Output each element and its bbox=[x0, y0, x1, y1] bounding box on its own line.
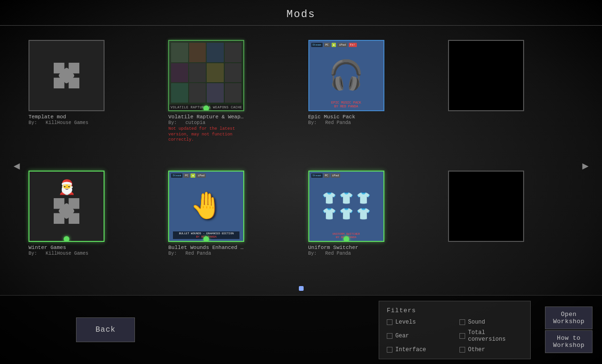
android-badge: ▲ bbox=[332, 43, 336, 47]
shirt-blue: 👕 bbox=[322, 207, 336, 221]
header: Mods bbox=[0, 0, 602, 26]
mod-info-epic: Epic Music Pack By: Red Panda bbox=[308, 114, 384, 125]
how-to-workshop-button[interactable]: How toWorkshop bbox=[545, 330, 592, 353]
main-content: Mods ◀ Template mod By: KillHouse Games bbox=[0, 0, 602, 364]
filter-interface[interactable]: Interface bbox=[387, 346, 450, 353]
mod-title-bullet: Bullet Wounds Enhanced Edition bbox=[168, 245, 244, 250]
epic-image: Steam PC ▲ iPad Fx! 🎧 EPIC MUSIC PACKBY … bbox=[309, 41, 383, 110]
activation-dot-bullet bbox=[203, 236, 209, 242]
mod-title-winter: Winter Games bbox=[29, 245, 105, 250]
filter-levels-checkbox[interactable] bbox=[387, 319, 392, 325]
volatile-image: VOLATILE RAPTURE & WEAPONS CACHE bbox=[169, 41, 243, 110]
filter-sound[interactable]: Sound bbox=[459, 319, 523, 326]
filters-panel: Filters Levels Sound Gear Total conversi… bbox=[379, 301, 531, 359]
filter-levels[interactable]: Levels bbox=[387, 319, 450, 326]
mod-thumbnail-empty1 bbox=[448, 40, 524, 111]
mod-item-bullet[interactable]: Steam PC ▲ iPad 🤚 BULLET WOUNDS - ENHANC… bbox=[168, 171, 294, 292]
mod-info-bullet: Bullet Wounds Enhanced Edition By: Red P… bbox=[168, 245, 244, 256]
shirt-row-top: 👕 👕 👕 bbox=[322, 192, 371, 205]
mod-item-epic[interactable]: Steam PC ▲ iPad Fx! 🎧 EPIC MUSIC PACKBY … bbox=[308, 40, 434, 161]
bullet-image: Steam PC ▲ iPad 🤚 BULLET WOUNDS - ENHANC… bbox=[169, 172, 243, 241]
scroll-left-arrow[interactable]: ◀ bbox=[10, 152, 24, 180]
steam-badge-b: Steam bbox=[171, 173, 182, 178]
uniform-image: Steam PC iPad 👕 👕 👕 👕 👕 👕 bbox=[309, 172, 383, 241]
pc-badge: PC bbox=[324, 43, 330, 47]
filter-gear-checkbox[interactable] bbox=[387, 333, 392, 339]
mod-thumbnail-volatile: VOLATILE RAPTURE & WEAPONS CACHE bbox=[168, 40, 244, 111]
steam-badge: Steam bbox=[311, 43, 323, 47]
mod-info-template: Template mod By: KillHouse Games bbox=[29, 114, 105, 125]
uniform-platform-icons: Steam PC iPad bbox=[311, 173, 341, 178]
activation-dot-winter bbox=[64, 236, 69, 242]
filters-title: Filters bbox=[387, 307, 523, 314]
headphones-icon: 🎧 bbox=[328, 58, 364, 93]
mod-thumbnail-empty2 bbox=[448, 171, 524, 242]
mod-info-winter: Winter Games By: KillHouse Games bbox=[29, 245, 105, 256]
filter-gear[interactable]: Gear bbox=[387, 329, 450, 343]
mod-info-uniform: Uniform Switcher By: Red Panda bbox=[308, 245, 384, 256]
puzzle-icon-winter: 🎅 bbox=[29, 172, 104, 241]
mod-title-volatile: Volatile Rapture & Weapons Cache bbox=[168, 114, 244, 120]
mod-author-bullet: By: Red Panda bbox=[168, 251, 244, 256]
epic-platform-icons: Steam PC ▲ iPad Fx! bbox=[311, 43, 357, 47]
scroll-right-arrow[interactable]: ▶ bbox=[578, 152, 592, 180]
pc-badge-u: PC bbox=[324, 173, 330, 178]
filter-total-conversions[interactable]: Total conversions bbox=[459, 329, 523, 343]
filter-levels-label: Levels bbox=[395, 319, 416, 326]
mod-item-empty2 bbox=[448, 171, 573, 292]
shirt-red: 👕 bbox=[322, 192, 336, 205]
mod-thumbnail-uniform: Steam PC iPad 👕 👕 👕 👕 👕 👕 bbox=[308, 171, 384, 242]
filter-interface-checkbox[interactable] bbox=[387, 347, 392, 353]
puzzle-icon-template bbox=[29, 41, 104, 110]
filter-other-checkbox[interactable] bbox=[459, 347, 465, 353]
mod-thumbnail-epic: Steam PC ▲ iPad Fx! 🎧 EPIC MUSIC PACKBY … bbox=[308, 40, 384, 111]
side-buttons: OpenWorkshop How toWorkshop bbox=[545, 307, 592, 353]
filter-gear-label: Gear bbox=[395, 333, 409, 339]
mod-author-template: By: KillHouse Games bbox=[29, 120, 105, 125]
ios-badge: iPad bbox=[337, 43, 347, 47]
shirt-gray: 👕 bbox=[339, 207, 354, 221]
activation-dot-uniform bbox=[344, 236, 349, 242]
bottom-bar: Back Filters Levels Sound Gear bbox=[0, 295, 602, 364]
page-dot-1[interactable] bbox=[299, 286, 304, 291]
filter-other[interactable]: Other bbox=[459, 346, 523, 353]
filter-grid: Levels Sound Gear Total conversions Inte… bbox=[387, 319, 523, 353]
mod-author-uniform: By: Red Panda bbox=[308, 251, 384, 256]
ios-badge-b: iPad bbox=[196, 173, 206, 178]
mods-grid: Template mod By: KillHouse Games VOLATIL… bbox=[29, 35, 573, 297]
mods-area: ◀ Template mod By: KillHouse Games bbox=[0, 26, 602, 306]
mod-thumbnail-template bbox=[29, 40, 105, 111]
shirt-brown: 👕 bbox=[339, 192, 354, 205]
mod-author-volatile: By: cutopia bbox=[168, 120, 244, 125]
mod-item-winter[interactable]: 🎅 Winter Games By: KillHouse Games bbox=[29, 171, 154, 292]
fx-badge: Fx! bbox=[349, 43, 357, 47]
mod-item-volatile[interactable]: VOLATILE RAPTURE & WEAPONS CACHE Volatil… bbox=[168, 40, 294, 161]
bloody-hand-icon: 🤚 bbox=[190, 190, 223, 222]
empty-image-1 bbox=[449, 41, 523, 110]
empty-image-2 bbox=[449, 172, 523, 241]
mod-title-epic: Epic Music Pack bbox=[308, 114, 384, 120]
mod-item-uniform[interactable]: Steam PC iPad 👕 👕 👕 👕 👕 👕 bbox=[308, 171, 434, 292]
mod-title-uniform: Uniform Switcher bbox=[308, 245, 384, 250]
ios-badge-u: iPad bbox=[331, 173, 340, 178]
bullet-platform-icons: Steam PC ▲ iPad bbox=[171, 173, 206, 178]
filter-total-conversions-label: Total conversions bbox=[468, 329, 523, 343]
filter-total-conversions-checkbox[interactable] bbox=[459, 333, 465, 339]
mod-thumbnail-winter: 🎅 bbox=[29, 171, 105, 242]
filter-interface-label: Interface bbox=[395, 346, 426, 353]
mod-author-epic: By: Red Panda bbox=[308, 120, 384, 125]
filter-sound-checkbox[interactable] bbox=[459, 319, 465, 325]
android-badge-b: ▲ bbox=[191, 173, 195, 178]
page-title: Mods bbox=[0, 9, 602, 20]
epic-label: EPIC MUSIC PACKBY RED PANDA bbox=[331, 101, 361, 108]
mod-title-template: Template mod bbox=[29, 114, 105, 120]
santa-hat-icon: 🎅 bbox=[58, 179, 76, 196]
mod-author-winter: By: KillHouse Games bbox=[29, 251, 105, 256]
mod-item-template[interactable]: Template mod By: KillHouse Games bbox=[29, 40, 154, 161]
activation-dot-volatile bbox=[203, 105, 209, 111]
open-workshop-button[interactable]: OpenWorkshop bbox=[545, 307, 592, 329]
back-button[interactable]: Back bbox=[76, 317, 135, 342]
filter-sound-label: Sound bbox=[468, 319, 485, 326]
mod-thumbnail-bullet: Steam PC ▲ iPad 🤚 BULLET WOUNDS - ENHANC… bbox=[168, 171, 244, 242]
filter-other-label: Other bbox=[468, 346, 485, 353]
